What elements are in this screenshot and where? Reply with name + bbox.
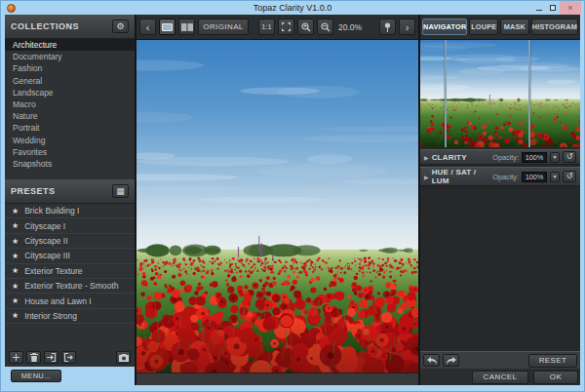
split-view-icon (181, 23, 193, 31)
collection-item-fashion[interactable]: Fashion (5, 62, 135, 74)
preset-item[interactable]: ★Brick Building I (5, 204, 135, 218)
menu-button[interactable]: MENU... (11, 370, 61, 382)
hsl-section-header[interactable]: ▶ HUE / SAT / LUM Opacity: 100% ▼ ↺ (420, 167, 580, 186)
presets-empty-area (5, 324, 135, 350)
star-icon: ★ (12, 311, 19, 320)
tab-navigator[interactable]: NAVIGATOR (422, 19, 467, 35)
cancel-button[interactable]: CANCEL (472, 371, 528, 384)
presets-header: PRESETS ▦ (5, 179, 135, 204)
history-row: RESET (420, 351, 580, 369)
redo-button[interactable] (443, 354, 459, 367)
preset-item[interactable]: ★Interior Strong (5, 309, 135, 324)
toolbar-left-group: ‹ ORIGINAL (139, 19, 249, 35)
collection-item-snapshots[interactable]: Snapshots (5, 158, 135, 170)
reset-arrow-icon: ↺ (566, 173, 573, 180)
import-preset-button[interactable] (44, 351, 58, 364)
collection-item-documentary[interactable]: Documentary (5, 51, 135, 62)
forward-chevron-icon: › (406, 22, 410, 32)
pin-icon (384, 22, 391, 32)
split-view-button[interactable] (178, 19, 195, 35)
left-footer: MENU... (5, 367, 135, 385)
back-button[interactable]: ‹ (139, 19, 156, 35)
photo-poppy-field (136, 40, 418, 372)
preset-item[interactable]: ★House and Lawn I (5, 294, 135, 308)
redo-icon (447, 357, 456, 365)
hsl-reset-button[interactable]: ↺ (563, 171, 576, 182)
reset-arrow-icon: ↺ (566, 153, 573, 161)
toolbar-zoom-group: 1:1 20.0% (258, 19, 370, 35)
actual-size-button[interactable]: 1:1 (258, 19, 275, 35)
window-controls: × (532, 1, 581, 15)
zoom-out-icon (321, 22, 331, 32)
export-preset-button[interactable] (61, 351, 76, 364)
tab-loupe[interactable]: LOUPE (469, 19, 498, 35)
gear-icon: ⚙ (116, 22, 124, 31)
clarity-reset-button[interactable]: ↺ (563, 151, 576, 163)
collections-list: Architecture Documentary Fashion General… (5, 39, 135, 170)
tab-histogram[interactable]: HISTOGRAM (531, 19, 578, 35)
maximize-icon (550, 5, 556, 11)
collection-item-macro[interactable]: Macro (5, 98, 135, 110)
navigator-viewport-rect[interactable] (445, 40, 531, 147)
minimize-icon (536, 10, 542, 11)
collection-item-architecture[interactable]: Architecture (5, 39, 135, 51)
export-icon (64, 353, 73, 362)
collection-item-general[interactable]: General (5, 75, 135, 87)
preset-item[interactable]: ★Exterior Texture - Smooth (5, 279, 135, 294)
plus-icon (13, 354, 20, 361)
clarity-opacity-dropdown[interactable]: ▼ (550, 152, 560, 163)
close-icon: × (567, 4, 572, 13)
window-title: Topaz Clarity V1.0.0 (1, 3, 584, 13)
dropdown-icon: ▼ (553, 174, 558, 179)
right-tabbar: NAVIGATOR LOUPE MASK HISTOGRAM (420, 15, 580, 40)
ok-button[interactable]: OK (533, 371, 578, 384)
close-button[interactable]: × (560, 1, 581, 15)
undo-button[interactable] (423, 354, 440, 367)
zoom-level-value[interactable]: 20.0% (336, 22, 370, 32)
star-icon: ★ (12, 252, 19, 260)
reset-all-button[interactable]: RESET (528, 354, 577, 368)
zoom-out-button[interactable] (317, 19, 333, 35)
grid-icon: ▦ (116, 187, 125, 196)
add-preset-button[interactable] (9, 351, 23, 364)
clarity-section-label: CLARITY (432, 153, 490, 162)
collection-item-portrait[interactable]: Portrait (5, 122, 135, 134)
title-bar[interactable]: Topaz Clarity V1.0.0 × (1, 1, 584, 15)
center-area: ‹ ORIGINAL 1:1 (136, 15, 418, 385)
original-toggle-button[interactable]: ORIGINAL (198, 19, 249, 35)
collections-settings-button[interactable]: ⚙ (112, 20, 129, 33)
navigator-thumbnail[interactable] (420, 40, 580, 147)
collection-item-nature[interactable]: Nature (5, 110, 135, 122)
delete-preset-button[interactable] (26, 351, 41, 364)
hsl-opacity-value[interactable]: 100% (522, 172, 547, 182)
collection-item-landscape[interactable]: Landscape (5, 87, 135, 98)
clarity-section-header[interactable]: ▶ CLARITY Opacity: 100% ▼ ↺ (420, 149, 580, 165)
single-view-button[interactable] (159, 19, 176, 35)
collection-item-favorites[interactable]: Favorites (5, 146, 135, 158)
minimize-button[interactable] (532, 1, 546, 15)
presets-list: ★Brick Building I ★Cityscape I ★Cityscap… (5, 204, 135, 324)
clarity-opacity-value[interactable]: 100% (522, 152, 547, 163)
preset-item[interactable]: ★Exterior Texture (5, 264, 135, 279)
tab-mask[interactable]: MASK (500, 19, 529, 35)
presets-view-button[interactable]: ▦ (112, 184, 129, 198)
hsl-opacity-dropdown[interactable]: ▼ (550, 172, 560, 182)
snapshot-camera-button[interactable] (116, 351, 131, 364)
fit-screen-button[interactable] (278, 19, 294, 35)
camera-icon (119, 354, 129, 362)
preset-tools-row (5, 350, 135, 367)
pin-button[interactable] (379, 19, 396, 35)
image-preview[interactable] (136, 40, 418, 372)
preset-item[interactable]: ★Cityscape II (5, 234, 135, 249)
preview-toolbar: ‹ ORIGINAL 1:1 (136, 15, 418, 40)
star-icon: ★ (12, 221, 19, 230)
collection-item-wedding[interactable]: Wedding (5, 135, 135, 146)
zoom-in-button[interactable] (297, 19, 314, 35)
preset-item[interactable]: ★Cityscape I (5, 218, 135, 233)
fit-screen-icon (282, 22, 291, 31)
back-chevron-icon: ‹ (146, 22, 150, 32)
presets-title: PRESETS (11, 186, 56, 196)
maximize-button[interactable] (546, 1, 560, 15)
preset-item[interactable]: ★Cityscape III (5, 249, 135, 263)
forward-button[interactable]: › (399, 19, 415, 35)
